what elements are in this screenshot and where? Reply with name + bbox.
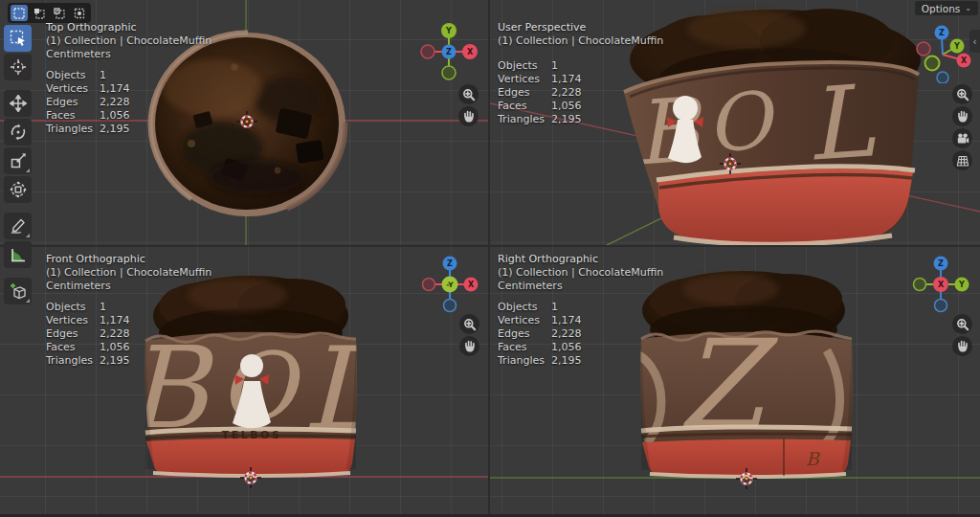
muffin-model-perspective-view[interactable]: B O L <box>624 9 921 246</box>
tool-cursor[interactable] <box>4 54 32 80</box>
viewport-front-orthographic[interactable]: B O L TELBOS <box>0 247 490 517</box>
svg-text:Y: Y <box>445 27 452 35</box>
nav-gizmo-perspective[interactable]: Z Y X <box>912 22 973 83</box>
pan-hand-icon[interactable] <box>458 106 479 126</box>
zoom-icon[interactable] <box>459 314 479 334</box>
nav-gizmo-top-view[interactable]: Y X Z <box>418 21 479 82</box>
tool-move[interactable] <box>4 90 32 117</box>
viewport-right-orthographic[interactable]: Z B <box>490 247 980 517</box>
muffin-model-top-view[interactable] <box>150 33 345 216</box>
pan-hand-icon[interactable] <box>459 336 479 356</box>
nav-gizmo-right-view[interactable]: Z Y X <box>910 254 971 315</box>
viewport-nav-icons-front <box>459 314 479 356</box>
nav-gizmo-front-view[interactable]: Z X -Y <box>419 254 480 315</box>
select-set-icon[interactable] <box>11 5 28 21</box>
select-extend-icon[interactable] <box>31 5 48 21</box>
muffin-model-right-view[interactable]: Z B <box>592 271 853 477</box>
viewport-user-perspective[interactable]: B O L <box>490 0 980 247</box>
tool-annotate[interactable] <box>4 213 32 239</box>
select-intersect-icon[interactable] <box>71 5 88 21</box>
gizmo-axis-neg-y[interactable] <box>914 279 926 291</box>
quadrant-divider-horizontal[interactable] <box>0 245 980 247</box>
quadrant-divider-vertical[interactable] <box>488 0 490 517</box>
sidebar-toggle-tab[interactable]: ‹ <box>969 30 980 53</box>
wrapper-emblem: B <box>806 448 821 469</box>
gizmo-axis-neg-x[interactable] <box>421 45 434 58</box>
viewport-nav-icons-right <box>952 314 972 356</box>
viewport-nav-icons-perspective <box>952 84 972 170</box>
options-button[interactable]: Options ⌄ <box>915 1 978 15</box>
svg-text:Z: Z <box>446 48 452 56</box>
svg-text:Z: Z <box>938 259 944 268</box>
zoom-icon[interactable] <box>458 84 479 104</box>
blender-quadview-window: B O L <box>0 0 980 517</box>
tool-rotate[interactable] <box>4 119 32 146</box>
gizmo-axis-neg-y[interactable] <box>442 66 456 79</box>
gizmo-axis-neg-z[interactable] <box>444 300 457 312</box>
tool-transform[interactable] <box>4 176 32 203</box>
wrapper-red-band <box>658 169 913 246</box>
perspective-toggle-icon[interactable] <box>952 150 972 170</box>
svg-text:Y: Y <box>953 42 960 51</box>
gizmo-axis-neg-x[interactable] <box>423 279 435 291</box>
svg-text:-Y: -Y <box>446 281 454 289</box>
wrapper-logo-text: TELBOS <box>222 429 282 441</box>
gizmo-axis-neg-z[interactable] <box>937 72 948 83</box>
tool-add-cube[interactable] <box>4 278 32 304</box>
viewport-top-orthographic[interactable] <box>0 0 490 247</box>
tool-scale[interactable] <box>4 147 32 174</box>
zoom-icon[interactable] <box>952 84 972 104</box>
options-label: Options <box>922 3 961 14</box>
gizmo-axis-neg-x[interactable] <box>917 42 930 56</box>
chevron-down-icon: ⌄ <box>965 4 971 12</box>
tool-measure[interactable] <box>4 241 32 268</box>
gizmo-axis-neg-y[interactable] <box>925 56 940 71</box>
svg-text:X: X <box>468 281 475 289</box>
svg-text:X: X <box>961 56 968 65</box>
viewport-nav-icons-top <box>458 84 479 126</box>
svg-text:Y: Y <box>958 281 965 289</box>
svg-text:B: B <box>124 322 215 454</box>
svg-text:Z: Z <box>447 259 453 268</box>
chocolate-chunk <box>296 140 324 164</box>
svg-text:X: X <box>467 48 474 56</box>
tool-shelf <box>4 25 33 306</box>
camera-view-icon[interactable] <box>952 128 972 148</box>
pan-hand-icon[interactable] <box>952 106 972 126</box>
chevron-left-icon: ‹ <box>973 36 977 47</box>
svg-text:Z: Z <box>939 29 945 37</box>
gizmo-axis-neg-z[interactable] <box>935 300 947 312</box>
select-mode-bar <box>8 3 91 23</box>
pan-hand-icon[interactable] <box>952 336 972 356</box>
svg-text:X: X <box>938 281 945 289</box>
tool-select-box[interactable] <box>4 25 32 52</box>
muffin-model-front-view[interactable]: B O L TELBOS <box>115 276 382 476</box>
zoom-icon[interactable] <box>952 314 972 334</box>
select-subtract-icon[interactable] <box>51 5 68 21</box>
